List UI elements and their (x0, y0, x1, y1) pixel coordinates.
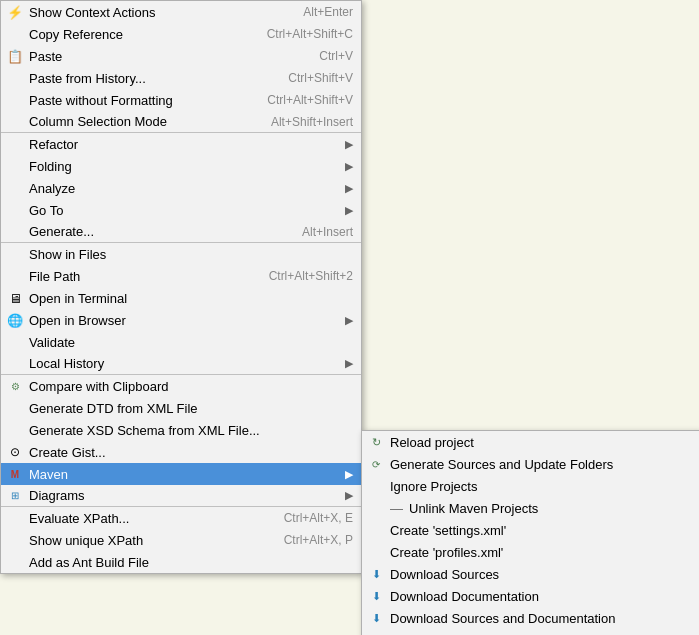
browser-icon: 🌐 (7, 312, 23, 328)
reload-project[interactable]: ↻ Reload project (362, 431, 699, 453)
open-in-terminal[interactable]: 🖥 Open in Terminal (1, 287, 361, 309)
analyze[interactable]: Analyze ▶ (1, 177, 361, 199)
context-menu: ⚡ Show Context Actions Alt+Enter Copy Re… (0, 0, 362, 574)
go-to[interactable]: Go To ▶ (1, 199, 361, 221)
compare-clipboard[interactable]: ⚙ Compare with Clipboard (1, 375, 361, 397)
generate[interactable]: Generate... Alt+Insert (1, 221, 361, 243)
open-in-browser[interactable]: 🌐 Open in Browser ▶ (1, 309, 361, 331)
diagrams[interactable]: ⊞ Diagrams ▶ (1, 485, 361, 507)
show-context-actions[interactable]: ⚡ Show Context Actions Alt+Enter (1, 1, 361, 23)
download-sources-docs[interactable]: ⬇ Download Sources and Documentation (362, 607, 699, 629)
paste-icon: 📋 (7, 48, 23, 64)
folding[interactable]: Folding ▶ (1, 155, 361, 177)
compare-icon: ⚙ (7, 378, 23, 394)
file-path[interactable]: File Path Ctrl+Alt+Shift+2 (1, 265, 361, 287)
maven-arrow: ▶ (345, 468, 353, 481)
generate-dtd[interactable]: Generate DTD from XML File (1, 397, 361, 419)
local-history[interactable]: Local History ▶ (1, 353, 361, 375)
copy-reference[interactable]: Copy Reference Ctrl+Alt+Shift+C (1, 23, 361, 45)
maven-icon: M (7, 466, 23, 482)
reload-icon: ↻ (368, 434, 384, 450)
maven[interactable]: M Maven ▶ (1, 463, 361, 485)
validate[interactable]: Validate (1, 331, 361, 353)
diagrams-arrow: ▶ (345, 489, 353, 502)
show-in-files[interactable]: Show in Files (1, 243, 361, 265)
maven-submenu: ↻ Reload project ⟳ Generate Sources and … (361, 430, 699, 635)
paste[interactable]: 📋 Paste Ctrl+V (1, 45, 361, 67)
analyze-arrow: ▶ (345, 182, 353, 195)
refactor-arrow: ▶ (345, 138, 353, 151)
column-selection-mode[interactable]: Column Selection Mode Alt+Shift+Insert (1, 111, 361, 133)
generate-sources[interactable]: ⟳ Generate Sources and Update Folders (362, 453, 699, 475)
terminal-icon: 🖥 (7, 290, 23, 306)
generate-sources-icon: ⟳ (368, 456, 384, 472)
download-sources[interactable]: ⬇ Download Sources (362, 563, 699, 585)
download-documentation-icon: ⬇ (368, 588, 384, 604)
create-gist[interactable]: ⊙ Create Gist... (1, 441, 361, 463)
download-sources-icon: ⬇ (368, 566, 384, 582)
go-to-arrow: ▶ (345, 204, 353, 217)
paste-from-history[interactable]: Paste from History... Ctrl+Shift+V (1, 67, 361, 89)
paste-without-formatting[interactable]: Paste without Formatting Ctrl+Alt+Shift+… (1, 89, 361, 111)
refactor[interactable]: Refactor ▶ (1, 133, 361, 155)
unlink-dash: — (390, 501, 403, 516)
create-settings-xml[interactable]: Create 'settings.xml' (362, 519, 699, 541)
folding-arrow: ▶ (345, 160, 353, 173)
ignore-projects[interactable]: Ignore Projects (362, 475, 699, 497)
download-sources-docs-icon: ⬇ (368, 610, 384, 626)
diagrams-icon: ⊞ (7, 488, 23, 504)
evaluate-xpath[interactable]: Evaluate XPath... Ctrl+Alt+X, E (1, 507, 361, 529)
add-ant-build[interactable]: Add as Ant Build File (1, 551, 361, 573)
gist-icon: ⊙ (7, 444, 23, 460)
create-profiles-xml[interactable]: Create 'profiles.xml' (362, 541, 699, 563)
unlink-maven-projects[interactable]: — Unlink Maven Projects (362, 497, 699, 519)
generate-xsd[interactable]: Generate XSD Schema from XML File... (1, 419, 361, 441)
download-documentation[interactable]: ⬇ Download Documentation (362, 585, 699, 607)
lightning-icon: ⚡ (7, 4, 23, 20)
show-unique-xpath[interactable]: Show unique XPath Ctrl+Alt+X, P (1, 529, 361, 551)
browser-arrow: ▶ (345, 314, 353, 327)
local-history-arrow: ▶ (345, 357, 353, 370)
show-effective-pom[interactable]: Show Effective POM (362, 629, 699, 635)
